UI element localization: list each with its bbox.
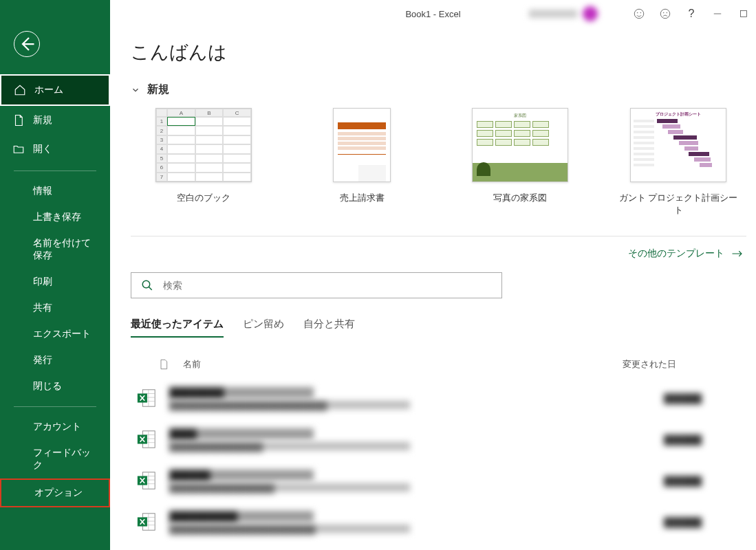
recent-file-row[interactable]: ██████████ █████████████████████████ ███… — [131, 501, 746, 542]
sidebar-divider — [14, 406, 96, 407]
home-icon — [14, 84, 26, 96]
template-family-tree[interactable]: 家系図 写真の家系図 — [458, 108, 582, 217]
folder-open-icon — [12, 143, 25, 155]
sidebar-item-options[interactable]: オプション — [0, 478, 110, 507]
sidebar-divider — [14, 170, 96, 171]
sidebar-item-share[interactable]: 共有 — [0, 295, 110, 321]
file-path: ███████████████████████████ — [169, 401, 651, 409]
recent-file-row[interactable]: ██████ ██████████████████ ██████ — [131, 460, 746, 501]
recent-file-row[interactable]: ████ ████████████████ ██████ — [131, 419, 746, 460]
recent-tabs: 最近使ったアイテム ピン留め 自分と共有 — [131, 318, 746, 338]
svg-rect-6 — [741, 11, 747, 17]
more-templates-link[interactable]: その他のテンプレート — [131, 236, 746, 272]
maximize-icon — [737, 8, 750, 20]
back-button[interactable] — [14, 31, 40, 57]
file-name: ██████ — [169, 470, 651, 481]
file-path: █████████████████████████ — [169, 525, 651, 533]
sidebar-item-account[interactable]: アカウント — [0, 414, 110, 440]
file-name: ████ — [169, 428, 651, 439]
svg-point-7 — [142, 280, 150, 288]
new-section-header[interactable]: 新規 — [131, 82, 746, 97]
sidebar-item-home[interactable]: ホーム — [0, 74, 110, 106]
content-area: こんばんは 新規 ABC 1 2 3 4 5 6 7 — [110, 28, 756, 550]
template-label: 空白のブック — [142, 192, 266, 204]
frown-icon — [659, 8, 671, 20]
file-date: ██████ — [664, 393, 746, 403]
excel-file-icon — [136, 470, 157, 491]
svg-point-3 — [660, 9, 670, 19]
sidebar-item-info[interactable]: 情報 — [0, 178, 110, 204]
feedback-happy-button[interactable] — [632, 7, 646, 21]
svg-point-5 — [667, 12, 667, 13]
template-thumbnail: プロジェクト計画シート — [630, 108, 726, 182]
new-section-label: 新規 — [147, 82, 169, 97]
sidebar-item-saveas[interactable]: 名前を付けて保存 — [0, 230, 110, 269]
file-date: ██████ — [664, 517, 746, 527]
sidebar-item-export[interactable]: エクスポート — [0, 321, 110, 347]
arrow-right-icon — [731, 250, 744, 258]
svg-point-4 — [663, 12, 664, 13]
template-thumbnail — [333, 108, 391, 182]
avatar — [583, 6, 598, 21]
excel-file-icon — [136, 512, 157, 532]
file-name: ██████████ — [169, 511, 651, 522]
template-thumbnail: ABC 1 2 3 4 5 6 7 — [155, 108, 252, 182]
file-name: ████████ — [169, 387, 651, 398]
arrow-left-icon — [14, 32, 39, 56]
sidebar-label-open: 開く — [33, 143, 52, 155]
sidebar-item-open[interactable]: 開く — [0, 135, 110, 164]
search-box[interactable] — [131, 272, 502, 298]
template-gallery: ABC 1 2 3 4 5 6 7 空白のブック — [142, 108, 746, 217]
file-date: ██████ — [664, 476, 746, 485]
document-icon — [12, 114, 25, 126]
search-input[interactable] — [163, 280, 492, 291]
more-templates-label: その他のテンプレート — [628, 248, 724, 260]
svg-point-1 — [637, 12, 638, 13]
svg-point-0 — [634, 9, 644, 19]
file-path: ██████████████████ — [169, 483, 651, 492]
sidebar-item-print[interactable]: 印刷 — [0, 269, 110, 295]
svg-point-2 — [640, 12, 641, 13]
template-label: ガント プロジェクト計画シート — [616, 192, 740, 217]
search-icon — [141, 279, 153, 292]
document-icon — [158, 358, 169, 371]
chevron-down-icon — [131, 85, 140, 95]
title-bar: Book1 - Excel ? — [110, 0, 756, 28]
tab-pinned[interactable]: ピン留め — [243, 318, 284, 338]
backstage-sidebar: ホーム 新規 開く 情報 上書き保存 名前を付けて保存 印刷 共有 エクスポート… — [0, 0, 110, 550]
template-label: 売上請求書 — [300, 192, 424, 204]
template-blank-workbook[interactable]: ABC 1 2 3 4 5 6 7 空白のブック — [142, 108, 266, 217]
template-gantt-project[interactable]: プロジェクト計画シート ガント プロジェクト計画シート — [616, 108, 740, 217]
sidebar-item-feedback[interactable]: フィードバック — [0, 440, 110, 478]
sidebar-item-publish[interactable]: 発行 — [0, 347, 110, 373]
sidebar-item-save[interactable]: 上書き保存 — [0, 204, 110, 230]
file-date: ██████ — [664, 434, 746, 444]
greeting-heading: こんばんは — [131, 40, 746, 65]
excel-file-icon — [136, 388, 157, 408]
feedback-sad-button[interactable] — [658, 7, 672, 21]
account-info[interactable] — [529, 6, 598, 21]
recent-file-row[interactable]: ████████ ███████████████████████████ ███… — [131, 377, 746, 419]
template-thumbnail: 家系図 — [472, 108, 568, 182]
file-list-header: 名前 変更された日 — [131, 350, 746, 377]
template-sales-invoice[interactable]: 売上請求書 — [300, 108, 424, 217]
tab-shared[interactable]: 自分と共有 — [303, 318, 355, 338]
minimize-button[interactable] — [711, 7, 724, 21]
column-modified: 変更された日 — [623, 358, 746, 371]
question-icon: ? — [689, 8, 695, 20]
maximize-button[interactable] — [737, 7, 750, 21]
sidebar-item-close[interactable]: 閉じる — [0, 373, 110, 399]
tab-recent[interactable]: 最近使ったアイテム — [131, 318, 224, 338]
column-name: 名前 — [183, 358, 623, 371]
template-label: 写真の家系図 — [458, 192, 582, 204]
help-button[interactable]: ? — [684, 7, 698, 21]
main-area: Book1 - Excel ? こんばんは 新規 ABC 1 — [110, 0, 756, 550]
sidebar-label-new: 新規 — [33, 114, 52, 126]
sidebar-item-new[interactable]: 新規 — [0, 106, 110, 135]
window-title: Book1 - Excel — [405, 9, 460, 19]
sidebar-label-home: ホーム — [34, 84, 63, 96]
minimize-icon — [711, 8, 724, 20]
file-path: ████████████████ — [169, 442, 651, 450]
smile-icon — [633, 8, 645, 20]
excel-file-icon — [136, 429, 157, 450]
